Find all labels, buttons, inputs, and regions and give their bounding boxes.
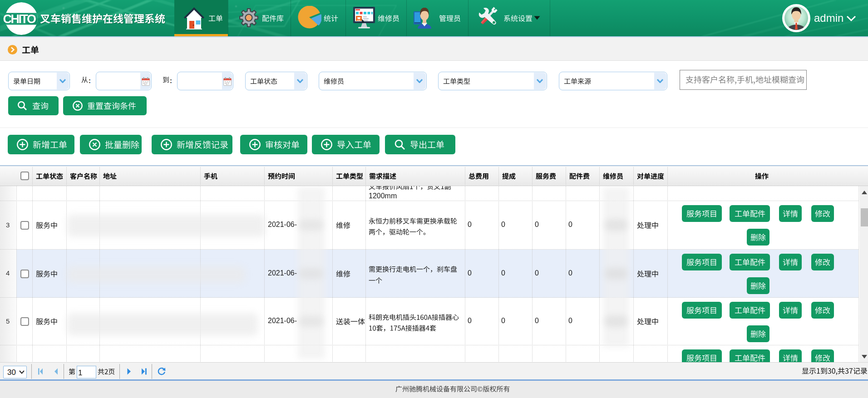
svg-text:17: 17 [226, 82, 229, 85]
svg-text:CHITO: CHITO [3, 12, 36, 26]
svg-text:17: 17 [144, 82, 148, 85]
